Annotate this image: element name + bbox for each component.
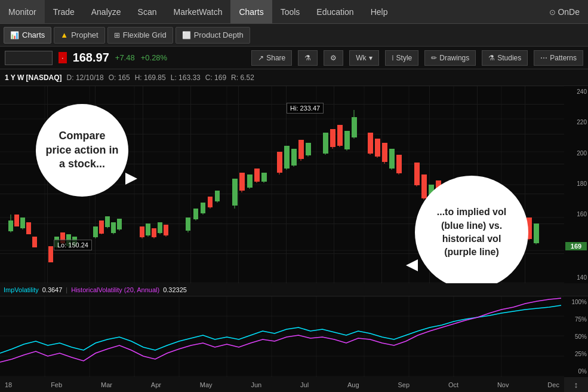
change-dot: · xyxy=(59,52,67,63)
nav-monitor[interactable]: Monitor xyxy=(0,0,45,23)
compare-bubble: Compare price action in a stock... xyxy=(36,104,128,197)
brand-label: ⊙ OnDe xyxy=(541,7,588,17)
product-depth-button[interactable]: ⬜ Product Depth xyxy=(176,27,250,44)
chart-symbol: 1 Y W [NASDAQ] xyxy=(5,74,62,82)
barchart-icon: 📊 xyxy=(10,31,19,39)
pencil-icon: ✏ xyxy=(431,54,437,62)
gear-icon: ⚙ xyxy=(330,54,337,62)
drawings-button[interactable]: ✏ Drawings xyxy=(424,50,476,66)
main-chart: 240 220 200 180 160 169 140 Hi: 233.47 L… xyxy=(0,86,588,283)
share-button[interactable]: ↗ Share xyxy=(251,50,292,66)
svg-rect-111 xyxy=(421,174,427,198)
svg-rect-41 xyxy=(99,220,104,234)
chart-date: D: 12/10/18 xyxy=(67,74,104,82)
svg-rect-97 xyxy=(352,117,357,137)
svg-rect-91 xyxy=(330,129,335,147)
price-180: 180 xyxy=(565,180,587,187)
chart-close: C: 169 xyxy=(205,74,226,82)
vol-75: 75% xyxy=(565,316,587,323)
flexible-grid-button[interactable]: ⊞ Flexible Grid xyxy=(107,27,173,44)
svg-rect-75 xyxy=(254,169,260,182)
svg-rect-79 xyxy=(277,152,282,173)
time-apr: Apr xyxy=(151,381,161,388)
svg-rect-93 xyxy=(337,125,343,146)
nav-education[interactable]: Education xyxy=(308,0,362,23)
svg-rect-95 xyxy=(344,131,350,149)
implied-vol-bubble: ...to implied vol (blue line) vs. histor… xyxy=(415,176,528,283)
share-icon: ↗ xyxy=(258,54,264,62)
svg-rect-43 xyxy=(105,216,110,227)
depth-icon: ⬜ xyxy=(182,31,191,39)
current-price-label: 169 xyxy=(565,242,587,250)
svg-rect-99 xyxy=(368,133,373,154)
svg-rect-47 xyxy=(117,219,122,229)
hist-vol-val: 0.32325 xyxy=(163,286,187,293)
nav-charts[interactable]: Charts xyxy=(230,0,272,23)
svg-rect-85 xyxy=(298,140,304,159)
time-feb: Feb xyxy=(51,381,62,388)
svg-rect-83 xyxy=(291,149,297,166)
hi-label: Hi: 233.47 xyxy=(287,103,324,114)
chevron-down-icon: ▾ xyxy=(369,54,372,62)
price-140: 140 xyxy=(565,274,587,281)
style-icon: ⁞ xyxy=(392,54,394,62)
studies-button[interactable]: ⚗ Studies xyxy=(482,50,528,66)
svg-rect-21 xyxy=(14,215,19,226)
ticker-price: 168.97 xyxy=(73,51,109,65)
time-oct: Oct xyxy=(448,381,458,388)
svg-rect-25 xyxy=(26,222,31,234)
time-18: 18 xyxy=(5,381,12,388)
imp-vol-label: ImpVolatility xyxy=(4,286,39,293)
imp-vol-val: 0.3647 xyxy=(42,286,63,293)
svg-rect-81 xyxy=(284,146,290,169)
patterns-button[interactable]: ⋯ Patterns xyxy=(534,50,583,66)
svg-rect-59 xyxy=(186,218,190,231)
vol-indicator-bar: ImpVolatility 0.3647 | HistoricalVolatil… xyxy=(0,283,588,296)
time-may: May xyxy=(200,381,213,388)
vol-0: 0% xyxy=(565,368,587,375)
chart-info-bar: 1 Y W [NASDAQ] D: 12/10/18 O: 165 H: 169… xyxy=(0,69,588,86)
svg-rect-51 xyxy=(146,223,150,235)
nav-marketwatch[interactable]: MarketWatch xyxy=(165,0,230,23)
svg-rect-137 xyxy=(534,223,539,243)
nav-scan[interactable]: Scan xyxy=(130,0,165,23)
svg-rect-105 xyxy=(389,149,395,169)
style-button[interactable]: ⁞ Style xyxy=(385,50,419,66)
svg-rect-53 xyxy=(152,228,156,237)
price-160: 160 xyxy=(565,211,587,218)
vol-100: 100% xyxy=(565,299,587,305)
svg-rect-103 xyxy=(382,143,387,162)
timeframe-button[interactable]: Wk ▾ xyxy=(349,50,378,66)
time-axis: 18 Feb Mar Apr May Jun Jul Aug Sep Oct N… xyxy=(0,377,588,392)
svg-rect-49 xyxy=(140,226,144,237)
nav-trade[interactable]: Trade xyxy=(45,0,83,23)
vol-price-axis: 100% 75% 50% 25% 0% xyxy=(564,296,588,377)
svg-rect-39 xyxy=(93,226,98,237)
top-nav: Monitor Trade Analyze Scan MarketWatch C… xyxy=(0,0,588,24)
prophet-button[interactable]: ▲ Prophet xyxy=(54,27,104,44)
price-axis: 240 220 200 180 160 169 140 xyxy=(564,86,588,283)
analysis-icon-button[interactable]: ⚗ xyxy=(298,50,318,66)
vol-chart-svg xyxy=(0,296,564,377)
svg-rect-87 xyxy=(306,143,311,155)
time-sep: Sep xyxy=(398,381,410,388)
svg-rect-63 xyxy=(201,203,205,213)
price-200: 200 xyxy=(565,150,587,157)
chart-open: O: 165 xyxy=(109,74,130,82)
svg-rect-45 xyxy=(111,222,116,233)
svg-rect-107 xyxy=(396,155,402,173)
nav-tools[interactable]: Tools xyxy=(272,0,309,23)
svg-rect-73 xyxy=(247,174,253,188)
scroll-right[interactable]: ↕ xyxy=(564,377,588,392)
svg-rect-61 xyxy=(193,209,198,219)
nav-help[interactable]: Help xyxy=(362,0,396,23)
time-aug: Aug xyxy=(347,381,359,388)
nav-analyze[interactable]: Analyze xyxy=(83,0,130,23)
svg-rect-19 xyxy=(8,220,13,231)
svg-rect-67 xyxy=(215,191,220,201)
settings-icon-button[interactable]: ⚙ xyxy=(324,50,343,66)
price-change: +7.48 xyxy=(115,53,135,62)
charts-button[interactable]: 📊 Charts xyxy=(4,27,51,44)
ticker-input[interactable] xyxy=(5,51,53,65)
patterns-icon: ⋯ xyxy=(540,54,547,62)
